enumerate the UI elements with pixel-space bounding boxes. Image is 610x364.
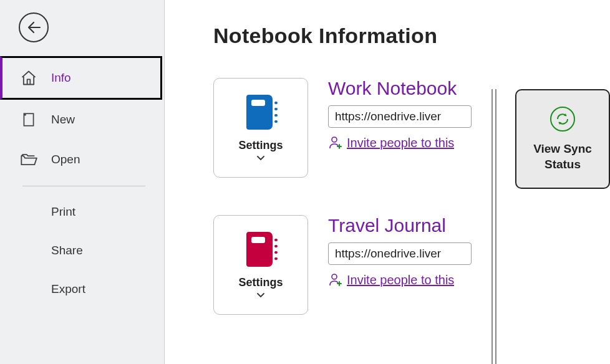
sidebar-item-print[interactable]: Print bbox=[0, 193, 164, 231]
notebook-url-field[interactable] bbox=[328, 242, 472, 265]
notebook-url-field[interactable] bbox=[328, 105, 472, 128]
backstage-sidebar: Info New Open Print Share Export bbox=[0, 0, 165, 364]
back-button[interactable] bbox=[19, 12, 49, 42]
home-icon bbox=[20, 69, 37, 87]
vertical-divider bbox=[491, 89, 496, 364]
settings-label: Settings bbox=[238, 275, 283, 297]
notebook-info-column: Notebook Information Settings Work Noteb… bbox=[213, 24, 523, 364]
sidebar-item-open[interactable]: Open bbox=[0, 140, 164, 180]
page-title: Notebook Information bbox=[213, 24, 523, 48]
sync-column: View Sync Status bbox=[496, 24, 610, 364]
main-content: Notebook Information Settings Work Noteb… bbox=[165, 0, 610, 364]
sidebar-item-share[interactable]: Share bbox=[0, 231, 164, 270]
notebook-settings-button[interactable]: Settings bbox=[213, 78, 308, 178]
sidebar-label-print: Print bbox=[51, 205, 75, 218]
notebook-row: Settings Travel Journal bbox=[213, 215, 523, 315]
svg-point-2 bbox=[332, 274, 337, 279]
sidebar-label-new: New bbox=[51, 113, 75, 127]
notebook-icon bbox=[246, 232, 275, 267]
sidebar-label-info: Info bbox=[51, 71, 71, 85]
chevron-down-icon bbox=[256, 292, 265, 298]
svg-point-1 bbox=[332, 137, 337, 142]
invite-people-icon bbox=[328, 135, 343, 150]
chevron-down-icon bbox=[256, 155, 265, 161]
folder-open-icon bbox=[20, 151, 37, 168]
sidebar-divider bbox=[22, 186, 145, 186]
sidebar-label-open: Open bbox=[51, 153, 80, 166]
invite-people-link[interactable]: Invite people to this bbox=[347, 273, 454, 287]
sync-icon bbox=[549, 105, 576, 133]
sidebar-item-export[interactable]: Export bbox=[0, 270, 164, 309]
notebook-row: Settings Work Notebook bbox=[213, 78, 523, 178]
sidebar-label-export: Export bbox=[51, 282, 85, 295]
sidebar-item-info[interactable]: Info bbox=[0, 56, 162, 100]
document-icon bbox=[20, 111, 37, 128]
notebook-settings-button[interactable]: Settings bbox=[213, 215, 308, 315]
back-arrow-icon bbox=[26, 20, 41, 35]
notebook-icon bbox=[246, 95, 275, 130]
view-sync-status-button[interactable]: View Sync Status bbox=[515, 89, 610, 189]
sidebar-item-new[interactable]: New bbox=[0, 100, 164, 140]
invite-people-icon bbox=[328, 272, 343, 287]
sync-label: View Sync Status bbox=[516, 141, 609, 172]
invite-people-link[interactable]: Invite people to this bbox=[347, 136, 454, 150]
settings-label: Settings bbox=[238, 138, 283, 160]
svg-point-3 bbox=[551, 107, 574, 131]
sidebar-label-share: Share bbox=[51, 244, 83, 257]
